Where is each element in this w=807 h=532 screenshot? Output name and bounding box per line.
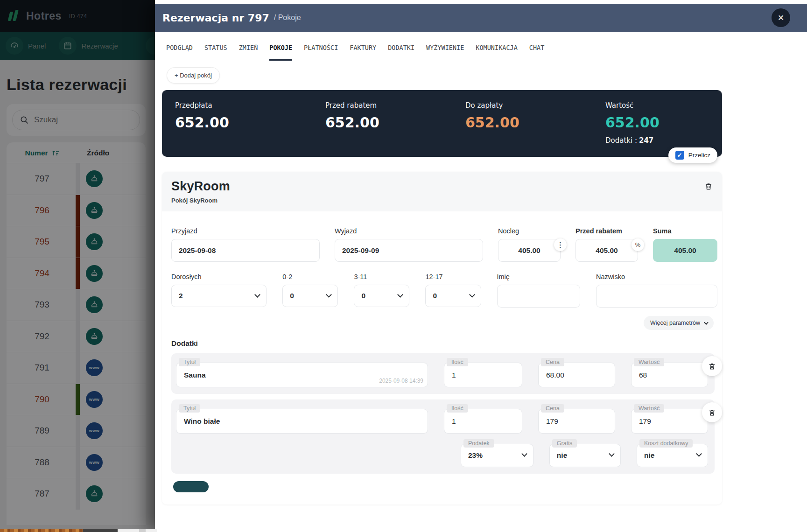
- tab-komunikacja[interactable]: KOMUNIKACJA: [476, 44, 517, 61]
- last-name-label: Nazwisko: [596, 273, 717, 280]
- chevron-down-icon: [521, 451, 527, 457]
- age-0-2-select[interactable]: 0: [282, 285, 338, 307]
- modal-backdrop[interactable]: [0, 0, 157, 529]
- age-0-2-value: 0: [290, 292, 294, 300]
- addon-row: Tytuł2025-09-08 14:39IlośćCenaWartość: [171, 353, 715, 394]
- summary-label: Przed rabatem: [325, 101, 465, 110]
- addon-value-label: Wartość: [634, 404, 664, 413]
- modal-tabs: PODGLĄDSTATUSZMIEŃPOKOJEPŁATNOŚCIFAKTURY…: [155, 32, 807, 61]
- tab-zmień[interactable]: ZMIEŃ: [239, 44, 258, 61]
- tab-podgląd[interactable]: PODGLĄD: [166, 44, 193, 61]
- age-12-17-select[interactable]: 0: [425, 285, 481, 307]
- summary-extra-value: 247: [639, 136, 653, 145]
- tab-wyżywienie[interactable]: WYŻYWIENIE: [426, 44, 464, 61]
- addon-gratis-label: Gratis: [552, 439, 577, 448]
- addon-price-label: Cena: [541, 404, 564, 413]
- chevron-down-icon: [254, 292, 260, 298]
- addon-gratis-field: Gratisnie: [549, 439, 621, 467]
- tab-dodatki[interactable]: DODATKI: [388, 44, 414, 61]
- room-subtitle: Pokój SkyRoom: [171, 197, 713, 204]
- addon-row: TytułIlośćCenaWartośćPodatek23%Gratisnie…: [171, 399, 715, 474]
- addons-list: Tytuł2025-09-08 14:39IlośćCenaWartośćTyt…: [171, 353, 717, 474]
- desktop-strip: [83, 529, 118, 532]
- chevron-down-icon: [469, 292, 475, 298]
- addon-tax-value: 23%: [468, 451, 483, 460]
- age-3-11-label: 3-11: [354, 273, 409, 280]
- addon-title-field: Tytuł: [176, 404, 428, 434]
- reservation-modal: Rezerwacja nr 797 / Pokoje ✕ PODGLĄDSTAT…: [155, 0, 807, 532]
- summary-label: Przedpłata: [175, 101, 325, 110]
- arrival-date-input[interactable]: [171, 239, 320, 262]
- percent-icon[interactable]: %: [632, 238, 644, 251]
- addons-title: Dodatki: [171, 339, 717, 348]
- night-price-input[interactable]: [498, 239, 561, 262]
- addon-main-line: TytułIlośćCenaWartość: [176, 404, 708, 434]
- tab-faktury[interactable]: FAKTURY: [350, 44, 376, 61]
- summary-value: 652.00: [465, 114, 605, 131]
- addon-price-field: Cena: [538, 404, 615, 434]
- sidebar: Hotres ID 474 Panel Rezerwacje: [0, 0, 157, 529]
- room-card: SkyRoom Pokój SkyRoom Przyjazd Wyjazd: [162, 172, 722, 504]
- addon-timestamp: 2025-09-08 14:39: [379, 378, 423, 384]
- addon-qty-field: Ilość: [444, 404, 522, 434]
- summary-label: Do zapłaty: [465, 101, 605, 110]
- first-name-input[interactable]: [497, 285, 581, 308]
- summary-label: Wartość: [605, 101, 722, 110]
- desktop-strip: [0, 529, 83, 532]
- recalc-label: Przelicz: [688, 152, 710, 159]
- summary-card: Przedpłata652.00Przed rabatem652.00Do za…: [162, 90, 722, 157]
- addon-title-field: Tytuł2025-09-08 14:39: [176, 358, 428, 387]
- addon-qty-field: Ilość: [444, 358, 522, 387]
- tab-chat[interactable]: CHAT: [529, 44, 545, 61]
- delete-room-button[interactable]: [704, 182, 713, 192]
- arrival-label: Przyjazd: [171, 227, 320, 235]
- delete-addon-button[interactable]: [702, 356, 722, 376]
- breadcrumb: / Pokoje: [274, 14, 301, 22]
- modal-title: Rezerwacja nr 797: [162, 12, 269, 24]
- summary-extra: Dodatki :247: [605, 136, 722, 145]
- addon-title-label: Tytuł: [179, 358, 200, 366]
- screen: Hotres ID 474 Panel Rezerwacje: [0, 0, 807, 532]
- checkbox-checked-icon[interactable]: ✓: [675, 151, 684, 160]
- desktop-strip: [118, 529, 157, 532]
- addon-price-field: Cena: [538, 358, 615, 387]
- recalc-toggle[interactable]: ✓ Przelicz: [668, 147, 717, 163]
- add-room-button[interactable]: + Dodaj pokój: [167, 67, 220, 84]
- chevron-down-icon: [696, 451, 702, 457]
- addon-title-input[interactable]: [176, 409, 428, 434]
- summary-value: 652.00: [175, 114, 325, 131]
- room-name: SkyRoom: [171, 179, 713, 194]
- summary-value: 652.00: [605, 114, 722, 131]
- delete-addon-button[interactable]: [702, 402, 722, 422]
- adults-value: 2: [179, 292, 183, 300]
- before-discount-input[interactable]: [575, 239, 638, 262]
- addon-qty-label: Ilość: [447, 404, 468, 413]
- addon-extra-cost-label: Koszt dodatkowy: [639, 439, 693, 448]
- kebab-menu-icon[interactable]: ⋮: [554, 238, 567, 251]
- desktop-strip: [139, 529, 146, 532]
- tab-pokoje[interactable]: POKOJE: [269, 44, 292, 61]
- addon-qty-label: Ilość: [447, 358, 468, 366]
- partially-visible-button[interactable]: [173, 481, 209, 492]
- addon-price-label: Cena: [541, 358, 564, 366]
- tab-status[interactable]: STATUS: [204, 44, 227, 61]
- departure-date-input[interactable]: [335, 239, 483, 262]
- chevron-down-icon: [326, 292, 332, 298]
- chevron-down-icon: [704, 320, 709, 325]
- last-name-input[interactable]: [596, 285, 717, 308]
- age-3-11-select[interactable]: 0: [354, 285, 409, 307]
- sum-label: Suma: [653, 227, 717, 235]
- addon-gratis-value: nie: [557, 451, 567, 460]
- age-3-11-value: 0: [361, 292, 365, 300]
- adults-label: Dorosłych: [171, 273, 267, 280]
- trash-icon: [704, 182, 713, 191]
- addon-extra-cost-field: Koszt dodatkowynie: [637, 439, 708, 467]
- age-12-17-label: 12-17: [425, 273, 481, 280]
- modal-header: Rezerwacja nr 797 / Pokoje ✕: [155, 4, 807, 32]
- more-params-button[interactable]: Więcej parametrów: [644, 316, 714, 330]
- tab-płatności[interactable]: PŁATNOŚCI: [304, 44, 338, 61]
- age-12-17-value: 0: [433, 292, 437, 300]
- close-icon[interactable]: ✕: [772, 8, 790, 27]
- adults-select[interactable]: 2: [171, 285, 267, 307]
- addon-value-field: Wartość: [631, 404, 708, 434]
